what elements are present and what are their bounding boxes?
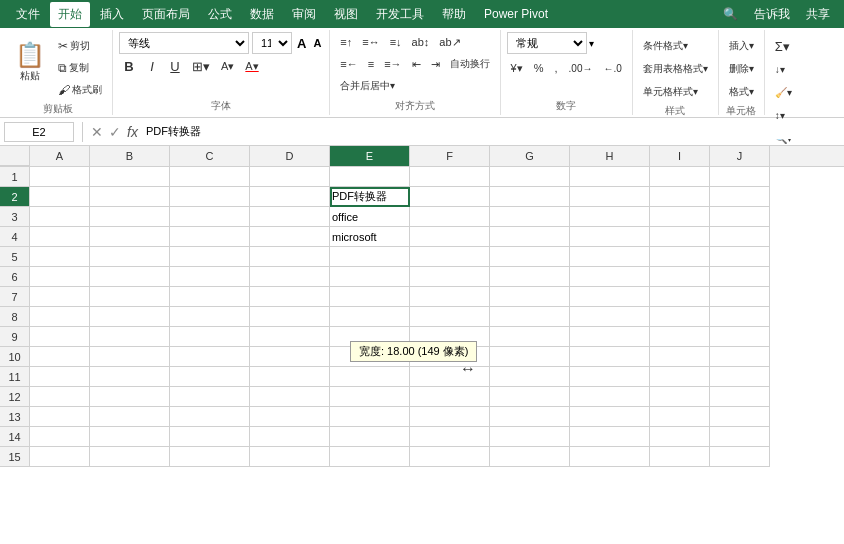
cell-g3[interactable] xyxy=(490,207,570,227)
cell-g6[interactable] xyxy=(490,267,570,287)
share-label[interactable]: 共享 xyxy=(800,4,836,25)
cell-a2[interactable] xyxy=(30,187,90,207)
cell-a10[interactable] xyxy=(30,347,90,367)
align-center-button[interactable]: ≡ xyxy=(364,54,378,74)
cell-b9[interactable] xyxy=(90,327,170,347)
delete-cell-button[interactable]: 删除▾ xyxy=(725,59,758,79)
fill-button[interactable]: ↓▾ xyxy=(771,59,796,79)
cell-h8[interactable] xyxy=(570,307,650,327)
col-header-g[interactable]: G xyxy=(490,146,570,166)
cell-i14[interactable] xyxy=(650,427,710,447)
cell-h4[interactable] xyxy=(570,227,650,247)
cell-a5[interactable] xyxy=(30,247,90,267)
cell-reference-input[interactable]: E2 xyxy=(4,122,74,142)
cell-i15[interactable] xyxy=(650,447,710,467)
cell-c15[interactable] xyxy=(170,447,250,467)
confirm-formula-icon[interactable]: ✓ xyxy=(109,124,121,140)
merge-center-button[interactable]: 合并后居中▾ xyxy=(336,76,399,96)
cell-f15[interactable] xyxy=(410,447,490,467)
cut-button[interactable]: ✂ 剪切 xyxy=(54,36,106,56)
cell-b10[interactable] xyxy=(90,347,170,367)
cell-d14[interactable] xyxy=(250,427,330,447)
cell-j6[interactable] xyxy=(710,267,770,287)
cell-c9[interactable] xyxy=(170,327,250,347)
cell-e2[interactable]: PDF转换器 📋 xyxy=(330,187,410,207)
cell-h7[interactable] xyxy=(570,287,650,307)
cancel-formula-icon[interactable]: ✕ xyxy=(91,124,103,140)
col-header-e[interactable]: E xyxy=(330,146,410,166)
text-angle-button[interactable]: ab↗ xyxy=(435,32,464,52)
cell-e5[interactable] xyxy=(330,247,410,267)
cell-i8[interactable] xyxy=(650,307,710,327)
cell-b13[interactable] xyxy=(90,407,170,427)
cell-c11[interactable] xyxy=(170,367,250,387)
cell-e15[interactable] xyxy=(330,447,410,467)
cell-h11[interactable] xyxy=(570,367,650,387)
cell-h3[interactable] xyxy=(570,207,650,227)
decrease-font-button[interactable]: A xyxy=(311,35,323,51)
cell-g4[interactable] xyxy=(490,227,570,247)
cell-f8[interactable] xyxy=(410,307,490,327)
currency-button[interactable]: ¥▾ xyxy=(507,58,527,78)
cell-b11[interactable] xyxy=(90,367,170,387)
copy-button[interactable]: ⧉ 复制 xyxy=(54,58,106,78)
font-color-button[interactable]: A▾ xyxy=(241,56,262,76)
increase-decimal-button[interactable]: .00→ xyxy=(565,58,597,78)
cell-g15[interactable] xyxy=(490,447,570,467)
cell-g2[interactable] xyxy=(490,187,570,207)
sum-button[interactable]: Σ▾ xyxy=(771,36,796,56)
cell-h2[interactable] xyxy=(570,187,650,207)
menu-item-formula[interactable]: 公式 xyxy=(200,2,240,27)
cell-a14[interactable] xyxy=(30,427,90,447)
cell-f7[interactable] xyxy=(410,287,490,307)
cell-b3[interactable] xyxy=(90,207,170,227)
cell-a6[interactable] xyxy=(30,267,90,287)
cell-f5[interactable] xyxy=(410,247,490,267)
cell-i2[interactable] xyxy=(650,187,710,207)
menu-item-powerpivot[interactable]: Power Pivot xyxy=(476,3,556,25)
cell-f6[interactable] xyxy=(410,267,490,287)
decrease-decimal-button[interactable]: ←.0 xyxy=(599,58,625,78)
cell-d13[interactable] xyxy=(250,407,330,427)
cell-g14[interactable] xyxy=(490,427,570,447)
fx-icon[interactable]: fx xyxy=(127,124,138,140)
cell-b2[interactable] xyxy=(90,187,170,207)
decrease-indent-button[interactable]: ⇤ xyxy=(408,54,425,74)
cell-d11[interactable] xyxy=(250,367,330,387)
cell-j8[interactable] xyxy=(710,307,770,327)
cell-i7[interactable] xyxy=(650,287,710,307)
cell-c12[interactable] xyxy=(170,387,250,407)
col-header-b[interactable]: B xyxy=(90,146,170,166)
cell-b7[interactable] xyxy=(90,287,170,307)
cell-a7[interactable] xyxy=(30,287,90,307)
cell-f3[interactable] xyxy=(410,207,490,227)
cell-f11[interactable] xyxy=(410,367,490,387)
cell-e11[interactable] xyxy=(330,367,410,387)
cell-a8[interactable] xyxy=(30,307,90,327)
cell-c4[interactable] xyxy=(170,227,250,247)
percent-button[interactable]: % xyxy=(530,58,548,78)
cell-h9[interactable] xyxy=(570,327,650,347)
insert-cell-button[interactable]: 插入▾ xyxy=(725,36,758,56)
cell-i12[interactable] xyxy=(650,387,710,407)
cell-j9[interactable] xyxy=(710,327,770,347)
cell-h5[interactable] xyxy=(570,247,650,267)
cell-h1[interactable] xyxy=(570,167,650,187)
cell-c10[interactable] xyxy=(170,347,250,367)
menu-item-help[interactable]: 帮助 xyxy=(434,2,474,27)
col-header-d[interactable]: D xyxy=(250,146,330,166)
cell-e1[interactable] xyxy=(330,167,410,187)
cell-i11[interactable] xyxy=(650,367,710,387)
cell-g11[interactable] xyxy=(490,367,570,387)
format-cell-button[interactable]: 格式▾ xyxy=(725,82,758,102)
menu-item-file[interactable]: 文件 xyxy=(8,2,48,27)
menu-item-data[interactable]: 数据 xyxy=(242,2,282,27)
cell-f12[interactable] xyxy=(410,387,490,407)
cell-g10[interactable] xyxy=(490,347,570,367)
resize-cursor[interactable]: ↔ xyxy=(458,359,478,379)
cell-a13[interactable] xyxy=(30,407,90,427)
cell-d7[interactable] xyxy=(250,287,330,307)
thousands-button[interactable]: , xyxy=(551,58,562,78)
cell-c13[interactable] xyxy=(170,407,250,427)
cell-f4[interactable] xyxy=(410,227,490,247)
